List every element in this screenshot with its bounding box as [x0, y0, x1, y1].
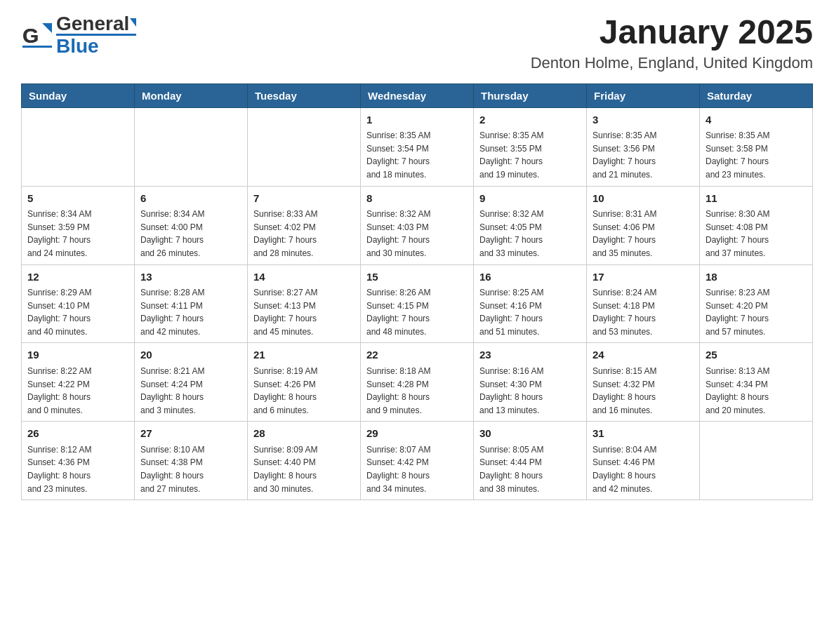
- day-info: Sunrise: 8:12 AMSunset: 4:36 PMDaylight:…: [27, 443, 128, 495]
- day-number: 13: [140, 269, 241, 286]
- table-row: [700, 422, 813, 500]
- table-row: 7Sunrise: 8:33 AMSunset: 4:02 PMDaylight…: [248, 186, 361, 264]
- day-info: Sunrise: 8:07 AMSunset: 4:42 PMDaylight:…: [366, 443, 468, 495]
- col-saturday: Saturday: [700, 83, 813, 107]
- day-info: Sunrise: 8:35 AMSunset: 3:58 PMDaylight:…: [706, 129, 807, 181]
- day-info: Sunrise: 8:31 AMSunset: 4:06 PMDaylight:…: [593, 208, 694, 260]
- table-row: 22Sunrise: 8:18 AMSunset: 4:28 PMDayligh…: [361, 343, 474, 422]
- table-row: 15Sunrise: 8:26 AMSunset: 4:15 PMDayligh…: [361, 264, 474, 343]
- col-friday: Friday: [587, 83, 700, 107]
- day-number: 23: [479, 347, 581, 363]
- day-info: Sunrise: 8:35 AMSunset: 3:55 PMDaylight:…: [479, 129, 581, 181]
- table-row: 30Sunrise: 8:05 AMSunset: 4:44 PMDayligh…: [474, 422, 587, 500]
- day-number: 19: [27, 347, 128, 363]
- day-info: Sunrise: 8:32 AMSunset: 4:05 PMDaylight:…: [479, 208, 581, 260]
- day-info: Sunrise: 8:28 AMSunset: 4:11 PMDaylight:…: [140, 286, 241, 338]
- day-info: Sunrise: 8:23 AMSunset: 4:20 PMDaylight:…: [706, 286, 807, 338]
- day-number: 11: [706, 191, 807, 207]
- table-row: 24Sunrise: 8:15 AMSunset: 4:32 PMDayligh…: [587, 343, 700, 422]
- logo-general-text: General: [56, 13, 129, 34]
- day-number: 27: [140, 426, 241, 442]
- day-info: Sunrise: 8:35 AMSunset: 3:54 PMDaylight:…: [366, 129, 468, 181]
- day-number: 22: [366, 347, 468, 363]
- day-number: 5: [27, 191, 128, 207]
- table-row: 26Sunrise: 8:12 AMSunset: 4:36 PMDayligh…: [22, 422, 135, 500]
- svg-text:G: G: [22, 24, 39, 47]
- table-row: 11Sunrise: 8:30 AMSunset: 4:08 PMDayligh…: [700, 186, 813, 264]
- day-number: 7: [253, 191, 355, 207]
- day-number: 2: [479, 112, 581, 128]
- calendar-header-row: Sunday Monday Tuesday Wednesday Thursday…: [22, 83, 813, 107]
- logo-blue-text: Blue: [56, 35, 99, 57]
- month-title: January 2025: [531, 14, 813, 51]
- table-row: 10Sunrise: 8:31 AMSunset: 4:06 PMDayligh…: [587, 186, 700, 264]
- calendar-week-row: 1Sunrise: 8:35 AMSunset: 3:54 PMDaylight…: [22, 107, 813, 186]
- calendar-week-row: 26Sunrise: 8:12 AMSunset: 4:36 PMDayligh…: [22, 422, 813, 500]
- location-title: Denton Holme, England, United Kingdom: [531, 54, 813, 72]
- day-info: Sunrise: 8:29 AMSunset: 4:10 PMDaylight:…: [27, 286, 128, 338]
- day-number: 6: [140, 191, 241, 207]
- day-info: Sunrise: 8:10 AMSunset: 4:38 PMDaylight:…: [140, 443, 241, 495]
- table-row: 17Sunrise: 8:24 AMSunset: 4:18 PMDayligh…: [587, 264, 700, 343]
- table-row: 2Sunrise: 8:35 AMSunset: 3:55 PMDaylight…: [474, 107, 587, 186]
- day-info: Sunrise: 8:13 AMSunset: 4:34 PMDaylight:…: [706, 365, 807, 417]
- day-info: Sunrise: 8:16 AMSunset: 4:30 PMDaylight:…: [479, 365, 581, 417]
- logo-triangle-icon: [130, 18, 136, 27]
- day-info: Sunrise: 8:22 AMSunset: 4:22 PMDaylight:…: [27, 365, 128, 417]
- day-number: 12: [27, 269, 128, 286]
- day-info: Sunrise: 8:32 AMSunset: 4:03 PMDaylight:…: [366, 208, 468, 260]
- table-row: 9Sunrise: 8:32 AMSunset: 4:05 PMDaylight…: [474, 186, 587, 264]
- col-wednesday: Wednesday: [361, 83, 474, 107]
- table-row: 12Sunrise: 8:29 AMSunset: 4:10 PMDayligh…: [22, 264, 135, 343]
- col-sunday: Sunday: [22, 83, 135, 107]
- day-number: 24: [593, 347, 694, 363]
- day-number: 15: [366, 269, 468, 286]
- table-row: 28Sunrise: 8:09 AMSunset: 4:40 PMDayligh…: [248, 422, 361, 500]
- day-number: 3: [593, 112, 694, 128]
- day-info: Sunrise: 8:30 AMSunset: 4:08 PMDaylight:…: [706, 208, 807, 260]
- day-info: Sunrise: 8:34 AMSunset: 4:00 PMDaylight:…: [140, 208, 241, 260]
- table-row: 1Sunrise: 8:35 AMSunset: 3:54 PMDaylight…: [361, 107, 474, 186]
- table-row: 23Sunrise: 8:16 AMSunset: 4:30 PMDayligh…: [474, 343, 587, 422]
- day-number: 28: [253, 426, 355, 442]
- day-number: 14: [253, 269, 355, 286]
- table-row: [135, 107, 248, 186]
- day-number: 18: [706, 269, 807, 286]
- day-number: 29: [366, 426, 468, 442]
- table-row: 6Sunrise: 8:34 AMSunset: 4:00 PMDaylight…: [135, 186, 248, 264]
- day-number: 17: [593, 269, 694, 286]
- day-number: 16: [479, 269, 581, 286]
- page-header: G G General Blue January 2025 Denton Hol…: [21, 14, 813, 72]
- day-info: Sunrise: 8:34 AMSunset: 3:59 PMDaylight:…: [27, 208, 128, 260]
- svg-marker-1: [42, 23, 52, 33]
- day-info: Sunrise: 8:35 AMSunset: 3:56 PMDaylight:…: [593, 129, 694, 181]
- day-info: Sunrise: 8:05 AMSunset: 4:44 PMDaylight:…: [479, 443, 581, 495]
- day-info: Sunrise: 8:24 AMSunset: 4:18 PMDaylight:…: [593, 286, 694, 338]
- table-row: 29Sunrise: 8:07 AMSunset: 4:42 PMDayligh…: [361, 422, 474, 500]
- table-row: 5Sunrise: 8:34 AMSunset: 3:59 PMDaylight…: [22, 186, 135, 264]
- day-info: Sunrise: 8:19 AMSunset: 4:26 PMDaylight:…: [253, 365, 355, 417]
- day-info: Sunrise: 8:25 AMSunset: 4:16 PMDaylight:…: [479, 286, 581, 338]
- day-number: 1: [366, 112, 468, 128]
- day-number: 10: [593, 191, 694, 207]
- table-row: 31Sunrise: 8:04 AMSunset: 4:46 PMDayligh…: [587, 422, 700, 500]
- day-number: 31: [593, 426, 694, 442]
- day-info: Sunrise: 8:09 AMSunset: 4:40 PMDaylight:…: [253, 443, 355, 495]
- table-row: 20Sunrise: 8:21 AMSunset: 4:24 PMDayligh…: [135, 343, 248, 422]
- calendar-week-row: 12Sunrise: 8:29 AMSunset: 4:10 PMDayligh…: [22, 264, 813, 343]
- table-row: [248, 107, 361, 186]
- day-number: 25: [706, 347, 807, 363]
- col-thursday: Thursday: [474, 83, 587, 107]
- table-row: 19Sunrise: 8:22 AMSunset: 4:22 PMDayligh…: [22, 343, 135, 422]
- calendar-week-row: 5Sunrise: 8:34 AMSunset: 3:59 PMDaylight…: [22, 186, 813, 264]
- day-info: Sunrise: 8:33 AMSunset: 4:02 PMDaylight:…: [253, 208, 355, 260]
- calendar-week-row: 19Sunrise: 8:22 AMSunset: 4:22 PMDayligh…: [22, 343, 813, 422]
- logo-icon: G G: [21, 18, 56, 53]
- table-row: 27Sunrise: 8:10 AMSunset: 4:38 PMDayligh…: [135, 422, 248, 500]
- table-row: 8Sunrise: 8:32 AMSunset: 4:03 PMDaylight…: [361, 186, 474, 264]
- day-number: 8: [366, 191, 468, 207]
- day-info: Sunrise: 8:27 AMSunset: 4:13 PMDaylight:…: [253, 286, 355, 338]
- day-info: Sunrise: 8:15 AMSunset: 4:32 PMDaylight:…: [593, 365, 694, 417]
- day-number: 30: [479, 426, 581, 442]
- day-info: Sunrise: 8:18 AMSunset: 4:28 PMDaylight:…: [366, 365, 468, 417]
